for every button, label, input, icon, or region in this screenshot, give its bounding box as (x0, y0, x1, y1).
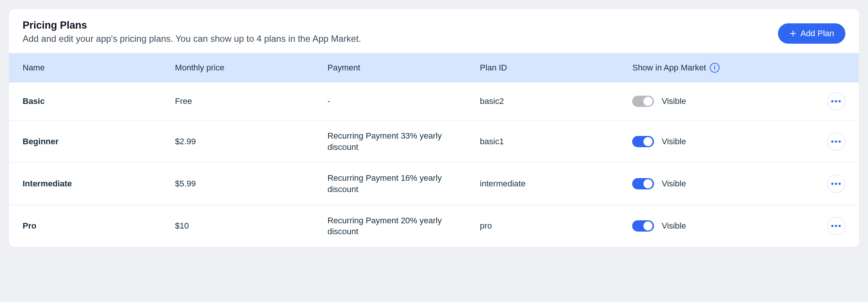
plan-name: Pro (23, 221, 175, 231)
table-header: Name Monthly price Payment Plan ID Show … (9, 53, 859, 82)
table-row: Beginner $2.99 Recurring Payment 33% yea… (9, 120, 859, 163)
pricing-plans-card: Pricing Plans Add and edit your app's pr… (9, 9, 859, 247)
plan-actions: ••• (815, 133, 845, 151)
plan-id: pro (480, 221, 633, 231)
page-title: Pricing Plans (23, 20, 361, 31)
card-header: Pricing Plans Add and edit your app's pr… (9, 9, 859, 53)
more-actions-button[interactable]: ••• (827, 133, 845, 151)
toggle-knob (643, 97, 653, 106)
header-text: Pricing Plans Add and edit your app's pr… (23, 20, 361, 44)
plus-icon (789, 30, 797, 37)
table-row: Intermediate $5.99 Recurring Payment 16%… (9, 163, 859, 205)
visibility-label: Visible (662, 179, 686, 189)
plan-name: Intermediate (23, 179, 175, 189)
plan-monthly-price: Free (175, 96, 328, 106)
plan-id: basic1 (480, 137, 633, 146)
plan-visibility: Visible (632, 136, 815, 147)
toggle-knob (643, 179, 653, 188)
more-icon: ••• (831, 137, 842, 146)
column-payment: Payment (327, 63, 480, 73)
plan-monthly-price: $2.99 (175, 137, 328, 146)
toggle-knob (643, 221, 653, 230)
plan-visibility: Visible (632, 96, 815, 107)
table-row: Basic Free - basic2 Visible ••• (9, 82, 859, 120)
plan-name: Beginner (23, 137, 175, 146)
info-icon[interactable]: i (710, 63, 720, 73)
plan-payment: Recurring Payment 20% yearly discount (327, 215, 480, 237)
plan-payment: Recurring Payment 33% yearly discount (327, 130, 480, 153)
visibility-toggle[interactable] (632, 220, 654, 232)
visibility-label: Visible (662, 221, 686, 231)
more-actions-button[interactable]: ••• (827, 92, 845, 110)
plan-payment: - (327, 96, 480, 107)
plan-monthly-price: $5.99 (175, 179, 328, 189)
plan-visibility: Visible (632, 178, 815, 189)
visibility-toggle[interactable] (632, 96, 654, 107)
plan-id: intermediate (480, 179, 633, 189)
more-actions-button[interactable]: ••• (827, 175, 845, 193)
plan-actions: ••• (815, 217, 845, 235)
plan-visibility: Visible (632, 220, 815, 232)
more-icon: ••• (831, 179, 842, 189)
add-plan-button[interactable]: Add Plan (778, 23, 845, 44)
visibility-label: Visible (662, 137, 686, 146)
column-monthly-price: Monthly price (175, 63, 328, 73)
visibility-label: Visible (662, 96, 686, 106)
toggle-knob (643, 137, 653, 146)
column-plan-id: Plan ID (480, 63, 633, 73)
plan-actions: ••• (815, 175, 845, 193)
column-show-in-market-label: Show in App Market (632, 63, 706, 73)
column-name: Name (23, 63, 175, 73)
table-body: Basic Free - basic2 Visible ••• Beginner… (9, 82, 859, 247)
table-row: Pro $10 Recurring Payment 20% yearly dis… (9, 205, 859, 247)
plan-monthly-price: $10 (175, 221, 328, 231)
plan-name: Basic (23, 96, 175, 106)
visibility-toggle[interactable] (632, 178, 654, 189)
plan-id: basic2 (480, 96, 633, 106)
column-show-in-market: Show in App Market i (632, 63, 815, 73)
visibility-toggle[interactable] (632, 136, 654, 147)
more-icon: ••• (831, 96, 842, 106)
more-icon: ••• (831, 221, 842, 231)
plan-payment: Recurring Payment 16% yearly discount (327, 172, 480, 195)
add-plan-label: Add Plan (801, 29, 834, 38)
plan-actions: ••• (815, 92, 845, 110)
more-actions-button[interactable]: ••• (827, 217, 845, 235)
page-subtitle: Add and edit your app's pricing plans. Y… (23, 34, 361, 44)
